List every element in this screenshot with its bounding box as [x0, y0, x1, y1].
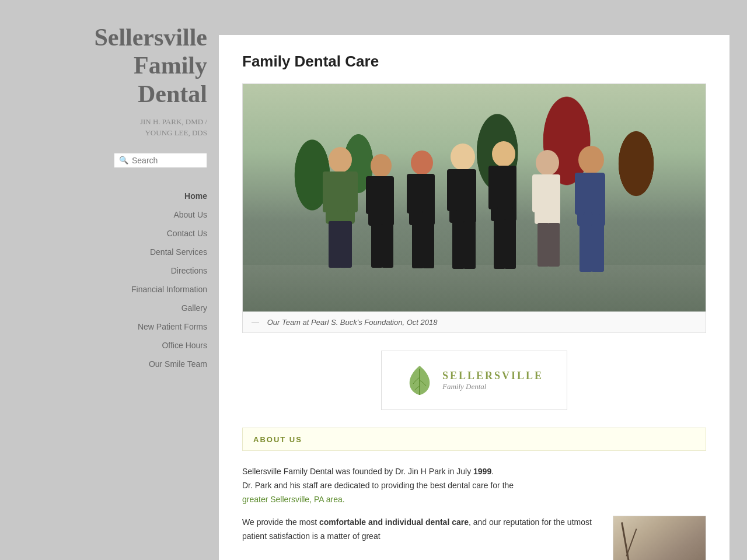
- svg-rect-11: [382, 224, 393, 268]
- team-photo-svg: [305, 125, 644, 312]
- team-photo: [243, 84, 706, 312]
- svg-rect-22: [452, 221, 465, 269]
- body-paragraph-1: Sellersville Family Dental was founded b…: [242, 465, 706, 506]
- logo-text: SELLERSVILLE Family Dental: [442, 370, 543, 391]
- nav-item-office-hours[interactable]: Office Hours: [12, 336, 207, 355]
- subtitle-line2: YOUNG LEE, DDS: [145, 128, 207, 137]
- para2-image: [613, 516, 706, 560]
- nav-item-about-us[interactable]: About Us: [12, 205, 207, 224]
- nav-item-dental-services[interactable]: Dental Services: [12, 243, 207, 261]
- site-title-line1: Sellersville: [94, 24, 207, 51]
- body-link[interactable]: greater Sellersville, PA area.: [242, 495, 345, 504]
- body-paragraph-2: We provide the most comfortable and indi…: [242, 516, 601, 544]
- nav-item-our-smile-team[interactable]: Our Smile Team: [12, 355, 207, 373]
- svg-rect-3: [347, 172, 358, 212]
- svg-rect-33: [547, 174, 557, 212]
- logo-family-text: Family Dental: [442, 382, 486, 391]
- svg-rect-23: [463, 221, 476, 269]
- svg-rect-34: [537, 223, 549, 267]
- body-para2-before: We provide the most: [242, 517, 319, 527]
- body-text: Sellersville Family Dental was founded b…: [242, 465, 706, 560]
- subtitle-line1: JIN H. PARK, DMD /: [140, 117, 207, 126]
- body-para1-before: Sellersville Family Dental was founded b…: [242, 467, 473, 476]
- nav-item-new-patient-forms[interactable]: New Patient Forms: [12, 317, 207, 336]
- photo-caption: — Our Team at Pearl S. Buck's Foundation…: [243, 312, 706, 332]
- svg-rect-39: [591, 173, 601, 215]
- svg-point-18: [451, 144, 475, 170]
- logo-container: SELLERSVILLE Family Dental: [242, 351, 706, 410]
- about-banner: ABOUT US: [242, 428, 706, 451]
- caption-text: Our Team at Pearl S. Buck's Foundation, …: [267, 318, 438, 327]
- para2-container: We provide the most comfortable and indi…: [242, 516, 706, 560]
- svg-rect-17: [423, 223, 434, 268]
- svg-rect-40: [580, 224, 592, 272]
- logo-leaf-icon: [405, 363, 434, 398]
- nav-item-home[interactable]: Home: [12, 187, 207, 205]
- svg-rect-10: [371, 224, 383, 268]
- page-title: Family Dental Care: [242, 52, 706, 71]
- svg-rect-9: [381, 176, 390, 214]
- svg-rect-21: [463, 169, 473, 211]
- search-box[interactable]: 🔍: [114, 153, 207, 168]
- svg-rect-14: [407, 174, 416, 214]
- nav-item-gallery[interactable]: Gallery: [12, 299, 207, 317]
- body-para2-bold: comfortable and individual dental care: [319, 517, 469, 527]
- body-para1-after: Dr. Park and his staff are dedicated to …: [242, 481, 514, 490]
- svg-rect-32: [532, 174, 542, 212]
- svg-rect-16: [412, 223, 424, 268]
- site-title-line2: Family: [134, 52, 207, 79]
- site-subtitle: JIN H. PARK, DMD / YOUNG LEE, DDS: [140, 116, 207, 139]
- svg-rect-27: [504, 166, 513, 209]
- sidebar: Sellersville Family Dental JIN H. PARK, …: [0, 0, 219, 560]
- search-icon: 🔍: [119, 156, 128, 165]
- logo-box: SELLERSVILLE Family Dental: [381, 351, 567, 410]
- svg-rect-2: [323, 172, 333, 212]
- svg-rect-29: [504, 219, 516, 269]
- svg-point-0: [329, 147, 352, 173]
- nav-menu: HomeAbout UsContact UsDental ServicesDir…: [12, 187, 207, 373]
- about-banner-text: ABOUT US: [253, 435, 302, 444]
- svg-point-6: [371, 154, 392, 177]
- nav-item-directions[interactable]: Directions: [12, 261, 207, 280]
- svg-point-36: [578, 146, 604, 174]
- nav-item-contact-us[interactable]: Contact Us: [12, 224, 207, 243]
- branch-image: [613, 516, 706, 560]
- caption-dash: —: [252, 318, 259, 327]
- site-title: Sellersville Family Dental: [94, 23, 207, 108]
- svg-rect-38: [575, 173, 585, 215]
- svg-rect-26: [488, 166, 498, 209]
- svg-point-12: [411, 150, 433, 175]
- nav-item-financial-information[interactable]: Financial Information: [12, 280, 207, 299]
- site-title-line3: Dental: [138, 80, 207, 107]
- logo-sellersville-text: SELLERSVILLE: [442, 370, 543, 382]
- svg-rect-41: [591, 224, 604, 272]
- svg-point-24: [492, 141, 515, 167]
- svg-rect-15: [422, 174, 431, 214]
- svg-point-30: [536, 150, 559, 176]
- svg-rect-28: [494, 219, 505, 269]
- team-photo-container: — Our Team at Pearl S. Buck's Foundation…: [242, 83, 706, 333]
- svg-rect-5: [339, 221, 352, 268]
- svg-rect-35: [548, 223, 560, 267]
- svg-rect-8: [366, 176, 375, 214]
- search-input[interactable]: [132, 156, 202, 165]
- svg-rect-20: [447, 169, 457, 211]
- main-content: Family Dental Care: [219, 35, 729, 560]
- body-para1-year: 1999: [473, 467, 491, 476]
